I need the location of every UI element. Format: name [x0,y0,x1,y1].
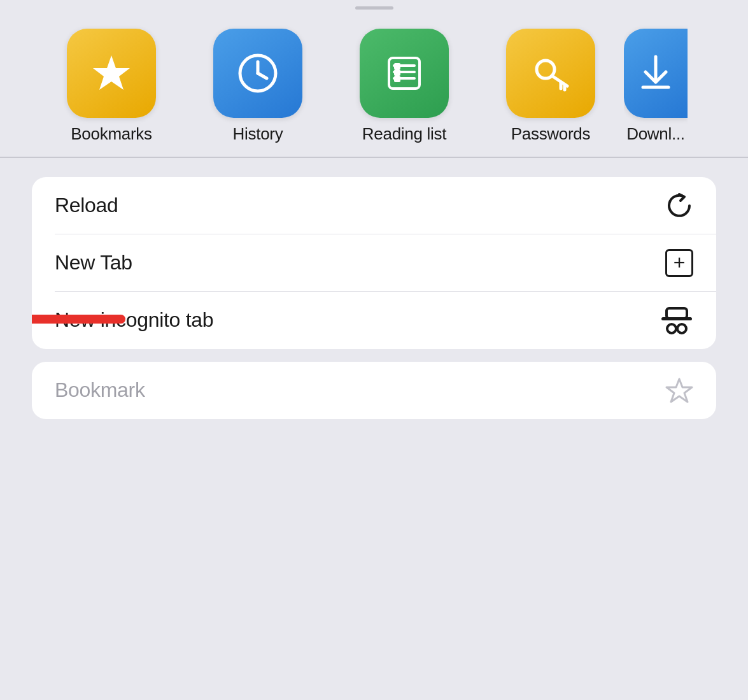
new-tab-label: New Tab [55,251,132,275]
bookmarks-icon-item[interactable]: Bookmarks [38,22,185,157]
reload-menu-item[interactable]: Reload [32,177,716,234]
reload-icon [665,192,693,220]
downloads-icon-box [624,29,688,118]
passwords-icon-box [506,29,595,118]
quick-access-icons: Bookmarks History Reading list [0,10,748,157]
new-incognito-tab-menu-item[interactable]: New incognito tab [32,292,716,349]
bookmarks-star-icon [88,50,134,96]
svg-rect-9 [394,69,400,76]
actions-card: Reload New Tab + New incognito tab [32,177,716,349]
svg-point-20 [677,324,686,333]
incognito-icon [660,306,693,335]
history-icon-box [213,29,302,118]
svg-rect-10 [394,76,400,82]
history-clock-icon [235,50,281,96]
passwords-key-icon [528,50,574,96]
downloads-icon-item[interactable]: Downl... [624,22,688,157]
svg-rect-18 [667,308,687,318]
history-icon-item[interactable]: History [185,22,331,157]
svg-point-19 [667,324,676,333]
new-tab-box-icon: + [665,249,693,277]
downloads-label: Downl... [626,124,685,144]
reload-label: Reload [55,194,118,217]
new-tab-menu-item[interactable]: New Tab + [32,234,716,292]
svg-rect-8 [394,63,400,69]
downloads-icon [638,50,674,96]
bookmark-label: Bookmark [55,378,145,402]
passwords-label: Passwords [511,124,590,144]
new-tab-icon: + [665,249,693,277]
reading-list-icon [381,50,427,96]
reading-list-icon-item[interactable]: Reading list [331,22,477,157]
svg-marker-23 [667,379,692,402]
history-label: History [233,124,283,144]
main-content: Reload New Tab + New incognito tab [0,158,748,438]
bookmarks-icon-box [67,29,156,118]
reading-list-label: Reading list [362,124,446,144]
new-incognito-tab-label: New incognito tab [55,308,213,332]
bookmark-star-icon [665,376,693,404]
bookmark-card: Bookmark [32,362,716,419]
svg-marker-0 [93,55,130,90]
bookmark-menu-item[interactable]: Bookmark [32,362,716,419]
svg-line-3 [258,73,267,78]
bookmarks-label: Bookmarks [71,124,152,144]
passwords-icon-item[interactable]: Passwords [477,22,624,157]
reading-list-icon-box [360,29,449,118]
